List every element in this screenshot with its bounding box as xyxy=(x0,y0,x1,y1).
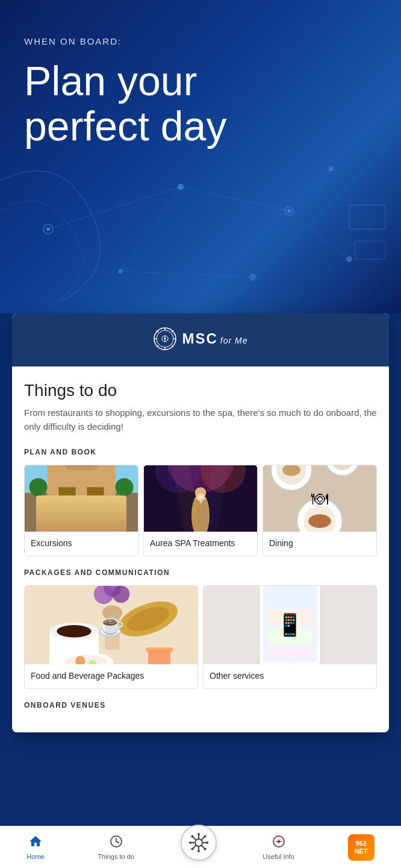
svg-point-42 xyxy=(195,487,207,498)
svg-rect-16 xyxy=(355,241,385,259)
hero-title-line2: perfect day xyxy=(24,103,226,149)
svg-line-9 xyxy=(48,187,181,229)
svg-rect-33 xyxy=(87,487,104,510)
spa-image xyxy=(144,465,257,532)
brand-tagline: for Me xyxy=(220,336,248,345)
things-to-do-heading: Things to do xyxy=(24,381,377,400)
onboard-section: ONBOARD VENUES xyxy=(24,701,377,709)
card-body: Things to do From restaurants to shoppin… xyxy=(12,366,389,732)
svg-line-10 xyxy=(181,187,289,211)
svg-marker-28 xyxy=(164,335,166,342)
svg-point-102 xyxy=(191,848,193,850)
svg-rect-30 xyxy=(25,493,138,532)
spa-card[interactable]: Aurea SPA Treatments xyxy=(143,465,258,556)
svg-rect-81 xyxy=(268,647,312,657)
svg-rect-78 xyxy=(268,586,312,606)
svg-point-101 xyxy=(204,835,206,837)
nav-watermark: 962NET xyxy=(341,831,382,864)
plan-and-book-label: PLAN AND BOOK xyxy=(24,448,377,456)
hero-label: WHEN ON BOARD: xyxy=(24,36,377,46)
home-icon xyxy=(28,834,43,851)
main-card: MSC for Me Things to do From restaurants… xyxy=(12,313,389,732)
svg-line-13 xyxy=(120,187,181,271)
svg-point-36 xyxy=(115,478,133,496)
svg-line-11 xyxy=(289,211,349,259)
food-pkg-label: Food and Beverage Packages xyxy=(25,664,197,688)
svg-point-35 xyxy=(30,478,48,496)
svg-rect-34 xyxy=(64,465,98,470)
hero-title: Plan your perfect day xyxy=(24,58,377,149)
things-to-do-description: From restaurants to shopping, excursions… xyxy=(24,406,377,433)
svg-point-99 xyxy=(191,835,193,837)
svg-point-95 xyxy=(197,833,200,835)
nav-useful-label: Useful Info xyxy=(263,853,294,860)
network-decoration xyxy=(0,0,401,313)
excursions-image xyxy=(25,465,138,532)
svg-point-86 xyxy=(195,839,202,846)
hero-section: WHEN ON BOARD: Plan your perfect day xyxy=(0,0,401,313)
dining-label: Dining xyxy=(263,532,376,556)
other-image xyxy=(204,586,376,664)
other-card[interactable]: Other services xyxy=(203,585,377,689)
dining-image xyxy=(263,465,376,532)
svg-rect-31 xyxy=(48,465,116,532)
plan-and-book-grid: Excursions xyxy=(24,465,377,556)
svg-point-54 xyxy=(308,514,331,528)
nav-things-to-do[interactable]: Things to do xyxy=(90,831,141,864)
bottom-navigation: Home Things to do xyxy=(0,826,401,868)
clock-icon xyxy=(109,834,123,851)
nav-useful-info[interactable]: Useful Info xyxy=(255,831,302,864)
food-pkg-card[interactable]: Food and Beverage Packages xyxy=(24,585,198,689)
svg-point-100 xyxy=(204,848,206,850)
svg-rect-63 xyxy=(105,613,120,650)
spa-label: Aurea SPA Treatments xyxy=(144,532,257,556)
other-label: Other services xyxy=(204,664,376,688)
svg-point-60 xyxy=(57,625,91,638)
excursions-card[interactable]: Excursions xyxy=(24,465,138,556)
dining-card[interactable]: Dining xyxy=(263,465,377,556)
nav-home[interactable]: Home xyxy=(19,831,51,864)
msc-logo: MSC for Me xyxy=(153,327,247,351)
nav-home-label: Home xyxy=(26,853,44,860)
svg-rect-69 xyxy=(146,647,173,652)
svg-marker-106 xyxy=(274,841,284,843)
hero-title-line1: Plan your xyxy=(24,58,197,104)
svg-point-98 xyxy=(206,841,208,844)
svg-rect-80 xyxy=(268,629,312,644)
excursions-label: Excursions xyxy=(25,532,138,556)
compass-nav-icon xyxy=(272,834,286,851)
svg-rect-15 xyxy=(349,205,385,229)
svg-point-64 xyxy=(102,605,122,620)
food-pkg-image xyxy=(25,586,197,664)
wheel-button[interactable] xyxy=(181,825,217,861)
svg-line-14 xyxy=(120,271,253,277)
brand-name: MSC xyxy=(182,330,217,347)
svg-rect-79 xyxy=(268,611,312,626)
nav-things-label: Things to do xyxy=(98,853,134,860)
compass-icon xyxy=(153,327,177,351)
packages-label: PACKAGES AND COMMUNICATION xyxy=(24,568,377,577)
card-header: MSC for Me xyxy=(12,313,389,366)
svg-line-85 xyxy=(116,841,119,843)
svg-rect-32 xyxy=(58,487,75,510)
watermark-badge: 962NET xyxy=(348,834,375,861)
packages-grid: Food and Beverage Packages xyxy=(24,585,377,689)
svg-point-97 xyxy=(189,841,191,844)
onboard-label: ONBOARD VENUES xyxy=(24,701,377,709)
svg-point-67 xyxy=(113,586,130,603)
svg-line-12 xyxy=(289,169,331,211)
svg-point-96 xyxy=(197,850,200,852)
nav-wheel[interactable] xyxy=(181,835,217,860)
